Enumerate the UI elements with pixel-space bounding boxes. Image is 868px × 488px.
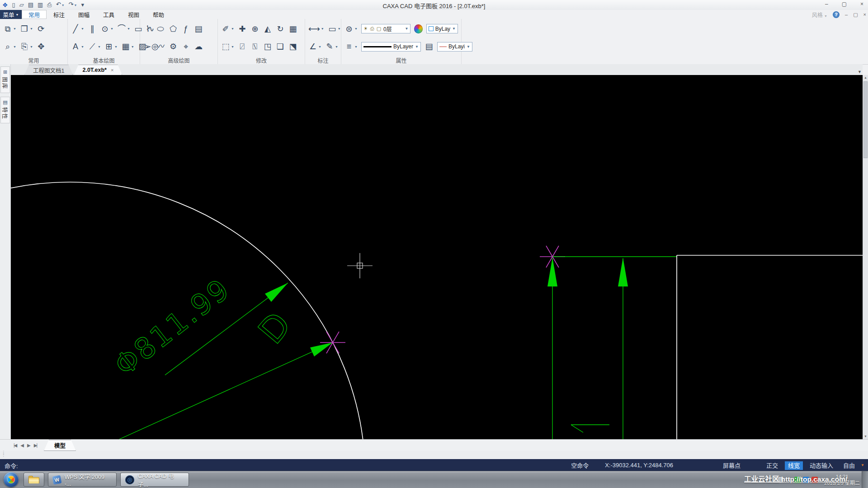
layer-combo[interactable]: ☀ ⎙ ▢0层▼ [361,24,410,33]
move-button[interactable]: ✚ [238,25,247,33]
color-combo[interactable]: ByLay▼ [426,24,458,33]
menu-tab-帮助[interactable]: 帮助 [146,10,171,19]
text-button[interactable]: A▼ [71,42,84,51]
dimension-text[interactable]: Φ811.99 [108,272,237,382]
taskbar-wps-button[interactable]: WWPS 文字 2009 -... [48,473,117,487]
status-dropdown-icon[interactable]: ▼ [861,463,864,467]
tab-model[interactable]: 模型 [44,440,76,451]
scale-button[interactable]: ⬚▼ [221,42,234,51]
lineweight-combo[interactable]: ByLayer▼ [361,42,421,52]
stretch-button[interactable]: ⬔ [288,42,297,51]
block-button[interactable]: ⊞▼ [104,42,118,51]
color-wheel-icon[interactable] [414,24,422,33]
menu-tab-图幅[interactable]: 图幅 [71,10,96,19]
minimize-button[interactable]: – [825,1,828,7]
break-button[interactable]: ◳ [263,42,272,51]
lineweight-button[interactable]: ≡▼ [344,42,358,51]
parallel-line-button[interactable]: ∥ [88,25,97,33]
print-icon[interactable]: ⎙ [47,0,52,9]
tab-list-dropdown[interactable]: ▼ [858,70,862,74]
toggle-正交[interactable]: 正交 [763,461,781,470]
menu-tab-常用[interactable]: 常用 [22,10,47,19]
polygon-button[interactable]: ⬠ [169,25,178,33]
hole-shaft-button[interactable]: ⌖ [181,42,190,51]
style-dropdown[interactable]: 风格 ▼ [812,11,827,19]
arrow-button[interactable]: ➢ [143,42,152,51]
help-icon[interactable]: ? [833,11,840,18]
new-file-icon[interactable]: ▯ [12,0,15,9]
start-button[interactable] [4,472,19,487]
menu-tab-标注[interactable]: 标注 [47,10,71,19]
wave-line-button[interactable]: 〰 [156,42,165,51]
leader-arrow[interactable] [571,425,609,432]
extend-button[interactable]: ⍂ [250,42,259,51]
paste-button[interactable]: ⧉▼ [3,25,16,33]
redo-icon[interactable]: ↷▼ [69,0,77,10]
canvas-scrollbar[interactable]: ▲ ▼ [863,75,868,439]
erase-button[interactable]: ✐▼ [221,25,234,33]
line-button[interactable]: ╱▼ [71,25,84,33]
trim-button[interactable]: ⍁ [238,42,247,51]
drawing-canvas[interactable]: Φ811.99 D [11,75,863,439]
sidebar-tab-特性[interactable]: ▤特性 [0,97,10,123]
resize-grip[interactable]: ⋮⋮ [1,451,6,456]
menu-tab-工具[interactable]: 工具 [96,10,121,19]
document-restore-button[interactable]: ▢ [853,12,858,18]
show-desktop-button[interactable] [862,471,868,488]
taskbar-explorer-button[interactable] [24,473,44,487]
copy-button[interactable]: ❐▼ [20,25,33,33]
command-prompt[interactable]: 命令: [5,461,18,470]
angle-dimension-button[interactable]: ∠▼ [308,42,321,51]
array-button[interactable]: ▦ [288,25,297,33]
hatch-style-button[interactable]: ▤ [425,42,434,51]
insert-table-button[interactable]: ▤ [194,25,203,33]
revision-cloud-button[interactable]: ☁ [194,42,203,51]
letter-annotation[interactable]: D [250,305,299,352]
open-file-icon[interactable]: ▱ [19,0,24,9]
first-sheet-button[interactable]: |◀ [14,443,16,448]
toggle-线宽[interactable]: 线宽 [785,461,803,470]
arc-button[interactable]: ⌒▼ [117,25,130,33]
status-screen-point[interactable]: 屏幕点 [723,461,741,469]
pan-button[interactable]: ✥ [37,42,46,51]
customize-toolbar-icon[interactable]: ▾ [81,0,84,9]
document-tab[interactable]: 工程图文档1 [24,65,73,75]
prev-sheet-button[interactable]: ◀ [20,443,23,448]
circle-button[interactable]: ⊙▼ [100,25,113,33]
close-button[interactable]: × [860,1,863,7]
close-tab-icon[interactable]: × [111,67,113,73]
app-logo-icon[interactable]: ❖ [2,0,8,9]
format-painter-button[interactable]: ⎘▼ [20,42,33,51]
scrollbar-thumb[interactable] [863,81,868,158]
save-all-icon[interactable]: ▥ [38,0,43,9]
table-button[interactable]: ▦▼ [121,42,134,51]
save-file-icon[interactable]: ▤ [28,0,33,9]
restore-button[interactable]: ▢ [842,1,847,7]
undo-icon[interactable]: ↶▼ [56,0,65,10]
layer-settings-button[interactable]: ⊜▼ [344,25,358,33]
edit-dimension-button[interactable]: ✎▼ [325,42,338,51]
drawing-frame-button[interactable]: ▭▼ [328,25,341,33]
ellipse-button[interactable]: ⬭ [156,25,165,33]
mirror-button[interactable]: ◭ [263,25,272,33]
point-button[interactable]: ⟋▼ [88,42,101,51]
scroll-down-icon[interactable]: ▼ [863,434,868,439]
document-minimize-button[interactable]: – [845,12,848,18]
gear-button[interactable]: ⚙ [169,42,178,51]
next-sheet-button[interactable]: ▶ [27,443,30,448]
regenerate-button[interactable]: ⟳ [37,25,46,33]
menu-tab-视图[interactable]: 视图 [121,10,146,19]
scroll-up-icon[interactable]: ▲ [863,75,868,80]
menu-button[interactable]: 菜单▼ [0,10,22,19]
document-tab[interactable]: 2.0T.exb*× [74,65,122,75]
last-sheet-button[interactable]: ▶| [34,443,37,448]
formula-curve-button[interactable]: ƒ [181,25,190,33]
explode-button[interactable]: ❏ [276,42,285,51]
sidebar-tab-图库[interactable]: ⊞图库 [0,66,10,93]
copy-object-button[interactable]: ⊕ [250,25,259,33]
linetype-combo[interactable]: ByLayi▼ [437,42,472,52]
document-close-button[interactable]: × [863,12,866,18]
zoom-button[interactable]: ⌕▼ [3,42,16,51]
toggle-动态输入[interactable]: 动态输入 [807,461,836,470]
taskbar-caxa-button[interactable]: ◎CAXA CAD 电子... [120,473,189,487]
